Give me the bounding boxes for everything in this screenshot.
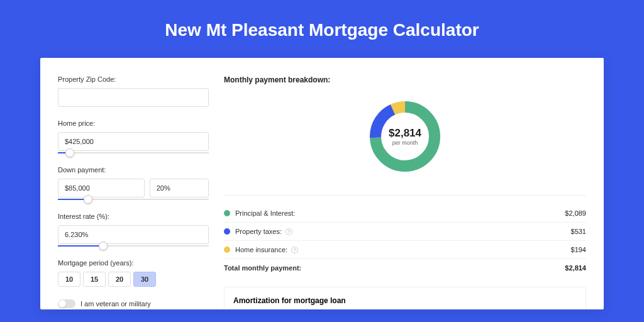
period-btn-30[interactable]: 30 [133,272,156,287]
donut-value: $2,814 [389,127,421,140]
zip-label: Property Zip Code: [58,75,209,83]
donut-chart-wrap: $2,814 per month [224,93,586,186]
breakdown-panel: Monthly payment breakdown: $2,814 per mo… [224,75,586,309]
down-payment-field: Down payment: [58,166,209,200]
page-title: New Mt Pleasant Mortgage Calculator [0,0,644,58]
home-price-field: Home price: [58,119,209,153]
legend-dot [224,210,230,216]
interest-input[interactable] [58,225,209,244]
home-price-input[interactable] [58,132,209,151]
help-icon[interactable]: ? [286,228,292,235]
legend-value: $194 [571,246,586,253]
amortization-box: Amortization for mortgage loan Amortizat… [224,287,586,309]
total-value: $2,814 [565,264,586,272]
toggle-knob [58,300,66,308]
slider-fill [58,245,103,247]
period-field: Mortgage period (years): 10152030 [58,259,209,287]
period-btn-10[interactable]: 10 [58,272,80,287]
slider-handle[interactable] [99,242,108,250]
down-payment-label: Down payment: [58,166,209,174]
slider-handle[interactable] [65,148,74,157]
legend-dot [224,228,230,235]
down-payment-slider[interactable] [58,199,209,200]
legend-label: Home insurance: [235,246,287,253]
interest-label: Interest rate (%): [58,213,209,220]
home-price-slider[interactable] [58,152,209,153]
breakdown-title: Monthly payment breakdown: [224,75,586,84]
down-payment-input[interactable] [58,179,145,197]
donut-chart: $2,814 per month [367,98,443,175]
legend-label: Property taxes: [235,228,282,235]
legend-label: Principal & Interest: [235,209,295,217]
zip-field: Property Zip Code: [58,75,209,107]
legend-row: Property taxes:?$531 [224,223,586,241]
down-payment-pct-input[interactable] [150,179,209,197]
legend: Principal & Interest:$2,089Property taxe… [224,204,586,277]
home-price-label: Home price: [58,119,209,127]
donut-center: $2,814 per month [389,127,421,146]
divider [224,195,586,196]
legend-value: $2,089 [565,209,586,217]
zip-input[interactable] [58,88,209,107]
legend-total-row: Total monthly payment:$2,814 [224,259,586,277]
help-icon[interactable]: ? [291,247,298,253]
period-buttons: 10152030 [58,272,209,287]
form-panel: Property Zip Code: Home price: Down paym… [58,75,209,309]
legend-dot [224,247,230,253]
legend-row: Principal & Interest:$2,089 [224,204,586,223]
interest-field: Interest rate (%): [58,213,209,247]
interest-slider[interactable] [58,245,209,247]
period-btn-15[interactable]: 15 [83,272,106,287]
legend-value: $531 [571,228,586,235]
period-label: Mortgage period (years): [58,259,209,267]
calculator-card: Property Zip Code: Home price: Down paym… [40,58,604,309]
total-label: Total monthly payment: [224,264,301,272]
veteran-label: I am veteran or military [80,300,151,308]
amortization-title: Amortization for mortgage loan [233,296,577,305]
veteran-toggle[interactable] [58,299,75,308]
legend-row: Home insurance:?$194 [224,241,586,259]
veteran-row: I am veteran or military [58,299,209,308]
donut-sub: per month [389,140,421,146]
period-btn-20[interactable]: 20 [108,272,131,287]
slider-handle[interactable] [84,195,92,204]
